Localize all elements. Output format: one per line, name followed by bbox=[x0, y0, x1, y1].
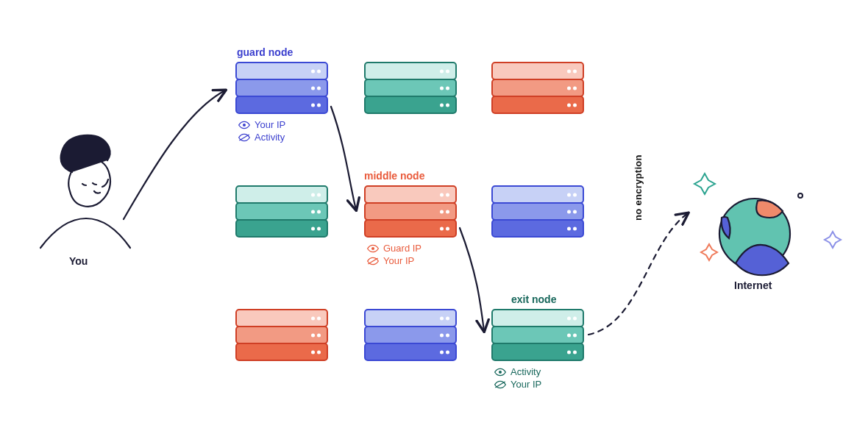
middle-hidden-text: Your IP bbox=[383, 255, 414, 266]
server-row2-col3 bbox=[491, 185, 584, 236]
label-no-encryption: no encryption bbox=[633, 154, 644, 221]
guard-knows: Your IP Activity bbox=[238, 119, 285, 143]
eye-closed-icon bbox=[238, 133, 250, 142]
exit-knows: Activity Your IP bbox=[494, 366, 541, 390]
svg-point-6 bbox=[719, 199, 790, 269]
svg-point-2 bbox=[371, 247, 374, 250]
person-illustration bbox=[40, 135, 130, 248]
server-row1-col3 bbox=[491, 62, 584, 113]
label-middle-node: middle node bbox=[364, 170, 424, 182]
label-guard-node: guard node bbox=[237, 46, 293, 58]
label-exit-node: exit node bbox=[511, 293, 556, 305]
eye-open-icon bbox=[238, 121, 250, 129]
label-internet: Internet bbox=[734, 279, 772, 291]
exit-sees-text: Activity bbox=[511, 366, 541, 377]
exit-hidden-text: Your IP bbox=[511, 379, 541, 390]
server-row1-col2 bbox=[364, 62, 457, 113]
eye-closed-icon bbox=[494, 380, 506, 389]
svg-point-0 bbox=[243, 124, 246, 126]
svg-point-7 bbox=[798, 193, 803, 198]
server-middle-node bbox=[364, 185, 457, 236]
eye-closed-icon bbox=[367, 257, 379, 265]
svg-point-4 bbox=[499, 371, 502, 374]
server-row3-col1 bbox=[235, 309, 328, 360]
label-you: You bbox=[69, 255, 88, 267]
guard-hidden-text: Activity bbox=[255, 132, 285, 143]
server-row3-col2 bbox=[364, 309, 457, 360]
middle-knows: Guard IP Your IP bbox=[367, 243, 421, 266]
guard-sees-text: Your IP bbox=[255, 119, 285, 130]
globe-illustration bbox=[694, 174, 841, 275]
server-exit-node bbox=[491, 309, 584, 360]
server-guard-node bbox=[235, 62, 328, 113]
eye-open-icon bbox=[494, 368, 506, 377]
middle-sees-text: Guard IP bbox=[383, 243, 421, 254]
eye-open-icon bbox=[367, 244, 379, 253]
server-row2-col1 bbox=[235, 185, 328, 236]
